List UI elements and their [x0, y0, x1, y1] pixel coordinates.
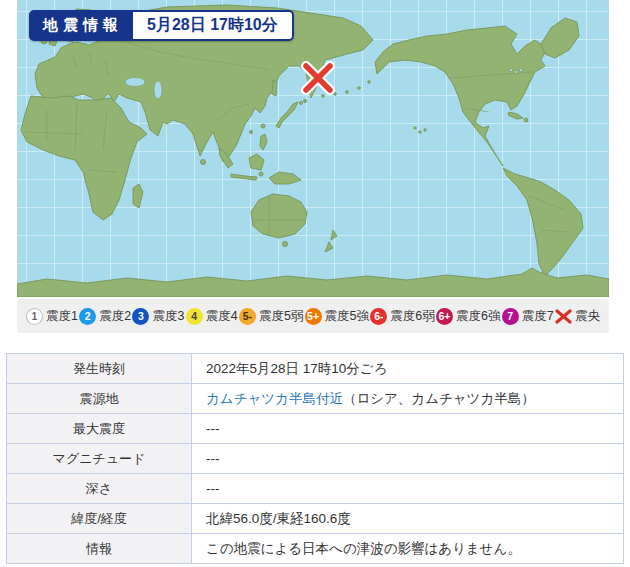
event-datetime: 5月28日 17時10分	[133, 10, 294, 41]
row-value: ---	[192, 414, 624, 444]
row-label: 震源地	[7, 384, 192, 414]
page-title: 地震情報	[29, 10, 133, 41]
row-value: 北緯56.0度/東経160.6度	[192, 504, 624, 534]
legend-label: 震度3	[152, 308, 184, 325]
intensity-3-icon: 3	[132, 308, 149, 325]
row-value: この地震による日本への津波の影響はありません。	[192, 534, 624, 564]
row-label: 深さ	[7, 474, 192, 504]
intensity-4-icon: 4	[186, 308, 203, 325]
intensity-legend: 1震度1 2震度2 3震度3 4震度4 5-震度5弱 5+震度5強 6-震度6弱…	[17, 299, 609, 333]
legend-label: 震度5弱	[259, 308, 303, 325]
intensity-5-upper-icon: 5+	[305, 308, 322, 325]
table-row-lat-lon: 緯度/経度 北緯56.0度/東経160.6度	[7, 504, 624, 534]
row-value: ---	[192, 474, 624, 504]
epicenter-x-icon	[555, 309, 572, 324]
world-map-svg	[17, 0, 609, 297]
row-label: 発生時刻	[7, 354, 192, 384]
intensity-6-lower-icon: 6-	[370, 308, 387, 325]
epicenter-link[interactable]: カムチャツカ半島付近	[206, 391, 343, 406]
row-value: ---	[192, 444, 624, 474]
row-label: 最大震度	[7, 414, 192, 444]
legend-label: 震央	[575, 308, 600, 325]
legend-label: 震度7	[522, 308, 554, 325]
row-label: マグニチュード	[7, 444, 192, 474]
legend-item-1: 1震度1	[26, 308, 78, 325]
table-row-occurrence-time: 発生時刻 2022年5月28日 17時10分ごろ	[7, 354, 624, 384]
legend-item-2: 2震度2	[79, 308, 131, 325]
legend-item-3: 3震度3	[132, 308, 184, 325]
earthquake-detail-table: 発生時刻 2022年5月28日 17時10分ごろ 震源地 カムチャツカ半島付近（…	[6, 353, 624, 564]
legend-label: 震度4	[206, 308, 238, 325]
intensity-5-lower-icon: 5-	[239, 308, 256, 325]
table-row-depth: 深さ ---	[7, 474, 624, 504]
legend-item-4: 4震度4	[186, 308, 238, 325]
world-map: 地震情報 5月28日 17時10分	[17, 0, 609, 297]
intensity-1-icon: 1	[26, 308, 43, 325]
row-label: 情報	[7, 534, 192, 564]
legend-label: 震度6弱	[390, 308, 434, 325]
legend-item-6-lower: 6-震度6弱	[370, 308, 434, 325]
intensity-2-icon: 2	[79, 308, 96, 325]
title-banner: 地震情報 5月28日 17時10分	[29, 10, 294, 41]
table-row-epicenter: 震源地 カムチャツカ半島付近（ロシア、カムチャツカ半島）	[7, 384, 624, 414]
legend-label: 震度6強	[456, 308, 500, 325]
intensity-6-upper-icon: 6+	[436, 308, 453, 325]
legend-item-5-upper: 5+震度5強	[305, 308, 369, 325]
legend-item-epicenter: 震央	[555, 308, 600, 325]
row-label: 緯度/経度	[7, 504, 192, 534]
table-row-info: 情報 この地震による日本への津波の影響はありません。	[7, 534, 624, 564]
table-row-max-intensity: 最大震度 ---	[7, 414, 624, 444]
legend-item-5-lower: 5-震度5弱	[239, 308, 303, 325]
legend-label: 震度1	[46, 308, 78, 325]
intensity-7-icon: 7	[502, 308, 519, 325]
epicenter-note: （ロシア、カムチャツカ半島）	[343, 391, 535, 406]
legend-item-6-upper: 6+震度6強	[436, 308, 500, 325]
legend-label: 震度2	[99, 308, 131, 325]
table-row-magnitude: マグニチュード ---	[7, 444, 624, 474]
row-value: 2022年5月28日 17時10分ごろ	[192, 354, 624, 384]
legend-label: 震度5強	[325, 308, 369, 325]
earthquake-info-page: 地震情報 5月28日 17時10分 1震度1 2震度2 3震度3 4震度4 5-…	[0, 0, 630, 567]
row-value: カムチャツカ半島付近（ロシア、カムチャツカ半島）	[192, 384, 624, 414]
legend-item-7: 7震度7	[502, 308, 554, 325]
